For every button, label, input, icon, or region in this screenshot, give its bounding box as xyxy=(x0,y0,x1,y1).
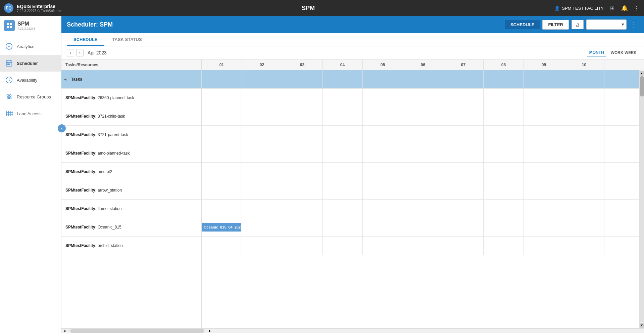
date-column-header-07: 07 xyxy=(443,59,484,70)
grid-cell-row6-09 xyxy=(524,181,564,200)
grid-cell-row5-06 xyxy=(403,163,443,181)
tasks-dropdown[interactable]: All Tasks ▼ xyxy=(586,19,627,30)
gantt-bar-row8[interactable]: Oceanic_815_04_2023 xyxy=(202,223,241,232)
date-column-header-01: 01 xyxy=(202,59,242,70)
gantt-row-label-row4: SPMtestFacility: amc-planned-task xyxy=(61,151,134,156)
sidebar-collapse-button[interactable]: ‹ xyxy=(58,124,66,132)
grid-cell-row6-05 xyxy=(363,181,403,200)
hscroll-left-icon[interactable]: ◄ xyxy=(61,329,67,333)
grid-cell-row2-10 xyxy=(564,107,604,126)
date-column-header-08: 08 xyxy=(484,59,524,70)
view-controls: MONTH WORK WEEK xyxy=(587,49,639,56)
grid-cell-row5-03 xyxy=(282,163,323,181)
date-column-header-02: 02 xyxy=(242,59,282,70)
sidebar-item-land-access[interactable]: Land Access xyxy=(0,105,61,122)
grid-cell-tasks-header-03 xyxy=(282,70,323,89)
svg-point-15 xyxy=(9,97,11,99)
grid-cell-row9-03 xyxy=(282,237,323,255)
grid-cell-row1-02 xyxy=(242,89,282,107)
grid-cell-row3-08 xyxy=(484,126,524,144)
center-title: SPM xyxy=(302,5,315,12)
grid-cell-row1-07 xyxy=(443,89,484,107)
gantt-grid-row-row8: Oceanic_815_04_2023 xyxy=(202,218,639,237)
grid-cell-row4-07 xyxy=(443,144,484,163)
top-nav-left: EQ EQuIS Enterprise 7.22.3.22273 © Earth… xyxy=(4,3,62,13)
gantt-label-row-row2: SPMtestFacility: 3721-child-task xyxy=(61,107,201,126)
date-column-header-09: 09 xyxy=(524,59,564,70)
grid-cell-row5-04 xyxy=(323,163,363,181)
grid-cell-row5-01 xyxy=(202,163,242,181)
grid-cell-row2-09 xyxy=(524,107,564,126)
sidebar-item-analytics[interactable]: Analytics xyxy=(0,38,61,55)
grid-cell-row4-05 xyxy=(363,144,403,163)
gantt-row-label-tasks-header: Tasks xyxy=(67,77,86,82)
grid-icon[interactable]: ⊞ xyxy=(609,5,616,11)
calendar-icon xyxy=(5,59,13,67)
vscroll-track[interactable] xyxy=(640,76,644,322)
grid-cell-row3-01 xyxy=(202,126,242,144)
hscroll-track[interactable] xyxy=(70,329,204,333)
grid-cell-row6-02 xyxy=(242,181,282,200)
grid-cell-row6-08 xyxy=(484,181,524,200)
grid-cell-row2-08 xyxy=(484,107,524,126)
grid-cell-row9-05 xyxy=(363,237,403,255)
user-menu[interactable]: 👤 SPM TEST FACILITY xyxy=(554,6,604,11)
print-button[interactable]: 🖨 xyxy=(572,20,584,29)
grid-cell-tasks-header-10 xyxy=(564,70,604,89)
grid-cell-row7-02 xyxy=(242,200,282,218)
hscroll-right-icon[interactable]: ► xyxy=(207,329,213,333)
check-circle-icon xyxy=(5,43,13,50)
date-column-header-06: 06 xyxy=(403,59,443,70)
filter-button[interactable]: FILTER xyxy=(542,20,569,30)
sidebar-item-availability-label: Availability xyxy=(17,78,37,83)
prev-button[interactable]: ‹ xyxy=(67,49,74,56)
grid-cell-row9-07 xyxy=(443,237,484,255)
tab-task-status[interactable]: TASK STATUS xyxy=(106,34,149,46)
grid-cell-row3-04 xyxy=(323,126,363,144)
grid-cell-tasks-header-08 xyxy=(484,70,524,89)
grid-cell-row2-06 xyxy=(403,107,443,126)
hexagons-icon xyxy=(5,93,13,100)
tab-schedule[interactable]: SCHEDULE xyxy=(67,34,104,46)
header-actions: SCHEDULE FILTER 🖨 All Tasks ▼ ⋮ xyxy=(505,19,639,30)
grid-cell-row5-09 xyxy=(524,163,564,181)
grid-cell-tasks-header-02 xyxy=(242,70,282,89)
vscroll-down-button[interactable]: ▼ xyxy=(640,323,644,328)
next-button[interactable]: › xyxy=(76,49,84,56)
vertical-scrollbar[interactable]: ▲ ▼ xyxy=(639,70,644,328)
grid-cell-row4-09 xyxy=(524,144,564,163)
sidebar-item-scheduler[interactable]: Scheduler xyxy=(0,55,61,72)
more-options-icon[interactable]: ⋮ xyxy=(633,5,640,11)
grid-cell-row9-10 xyxy=(564,237,604,255)
grid-cell-row2-02 xyxy=(242,107,282,126)
gantt-grid-row-row3 xyxy=(202,126,639,144)
grid-cell-row4-04 xyxy=(323,144,363,163)
grid-cell-tasks-header-09 xyxy=(524,70,564,89)
bell-icon[interactable]: 🔔 xyxy=(621,5,628,11)
gantt-label-row-tasks-header: ◄Tasks xyxy=(61,70,201,89)
grid-cell-row7-05 xyxy=(363,200,403,218)
grid-cell-row1-10 xyxy=(564,89,604,107)
work-week-view-button[interactable]: WORK WEEK xyxy=(609,49,639,56)
horizontal-scrollbar[interactable]: ◄ ► xyxy=(61,328,644,333)
gantt-row-label-row6: SPMtestFacility: arrow_station xyxy=(61,188,126,193)
grid-cell-row3-02 xyxy=(242,126,282,144)
sidebar-item-resource-groups-label: Resource Groups xyxy=(17,94,51,99)
schedule-button[interactable]: SCHEDULE xyxy=(505,20,540,29)
grid-cell-tasks-header-07 xyxy=(443,70,484,89)
sidebar: SPM 7.22.3.22273 Analytics Scheduler xyxy=(0,16,61,333)
grid-cell-row9-09 xyxy=(524,237,564,255)
month-view-button[interactable]: MONTH xyxy=(587,49,606,56)
vscroll-up-button[interactable]: ▲ xyxy=(640,71,644,76)
grid-cell-row6-01 xyxy=(202,181,242,200)
sidebar-item-resource-groups[interactable]: Resource Groups xyxy=(0,88,61,105)
row-collapse-icon[interactable]: ◄ xyxy=(63,77,67,81)
vscroll-thumb[interactable] xyxy=(640,76,644,96)
sidebar-item-availability[interactable]: Availability xyxy=(0,72,61,88)
grid-cell-row8-09 xyxy=(524,218,564,237)
sidebar-nav: Analytics Scheduler Availability Resourc… xyxy=(0,35,61,333)
grid-cell-row1-03 xyxy=(282,89,323,107)
tabs-bar: SCHEDULE TASK STATUS xyxy=(61,33,644,46)
gantt-grid-row-row9 xyxy=(202,237,639,255)
header-more-button[interactable]: ⋮ xyxy=(629,20,639,29)
